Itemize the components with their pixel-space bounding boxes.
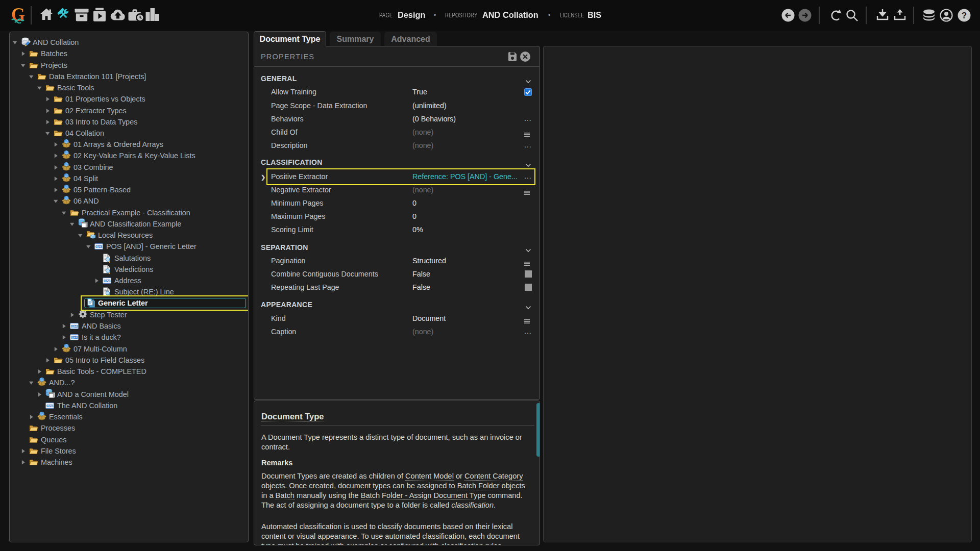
svg-text:07Z3: 07Z3 — [95, 245, 103, 248]
svg-text:07Z3: 07Z3 — [104, 279, 111, 283]
svg-text:?: ? — [962, 11, 967, 20]
svg-text:07Z3: 07Z3 — [71, 324, 78, 328]
svg-text:07Z3: 07Z3 — [71, 336, 78, 339]
svg-text:07Z3: 07Z3 — [46, 404, 54, 408]
